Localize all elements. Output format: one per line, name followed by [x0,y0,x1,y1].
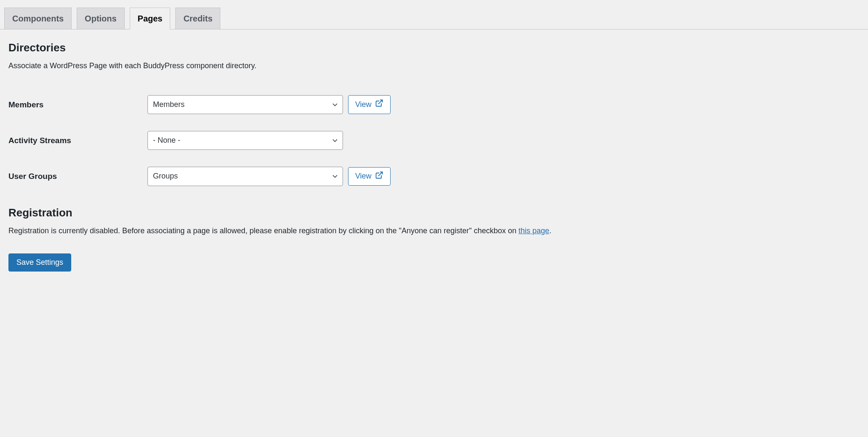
external-link-icon [375,171,383,182]
select-wrap-members: Members [147,95,343,114]
tab-components[interactable]: Components [4,8,72,29]
external-link-icon [375,99,383,110]
select-wrap-groups: Groups [147,167,343,186]
directories-description: Associate a WordPress Page with each Bud… [8,60,860,72]
registration-disabled-text: Registration is currently disabled. Befo… [8,225,860,237]
view-members-button[interactable]: View [348,95,391,114]
tab-options[interactable]: Options [77,8,125,29]
directories-heading: Directories [8,41,860,54]
select-wrap-activity: - None - [147,131,343,150]
select-groups[interactable]: Groups [147,167,343,186]
view-members-label: View [355,100,372,109]
save-settings-button[interactable]: Save Settings [8,253,71,272]
svg-line-1 [378,172,382,176]
row-groups: User Groups Groups View [8,158,860,194]
registration-text-pre: Registration is currently disabled. Befo… [8,226,518,235]
registration-heading: Registration [8,206,860,219]
tab-credits[interactable]: Credits [175,8,220,29]
directories-form: Members Members View [8,87,860,195]
select-activity[interactable]: - None - [147,131,343,150]
svg-line-0 [378,100,382,104]
label-groups: User Groups [8,158,147,194]
row-members: Members Members View [8,87,860,123]
view-groups-label: View [355,171,372,181]
tab-pages[interactable]: Pages [130,8,171,29]
registration-settings-link[interactable]: this page [518,226,549,235]
select-members[interactable]: Members [147,95,343,114]
view-groups-button[interactable]: View [348,167,391,186]
tab-bar: Components Options Pages Credits [0,0,868,29]
label-members: Members [8,87,147,123]
row-activity: Activity Streams - None - [8,123,860,158]
registration-text-post: . [549,226,552,235]
label-activity: Activity Streams [8,123,147,158]
